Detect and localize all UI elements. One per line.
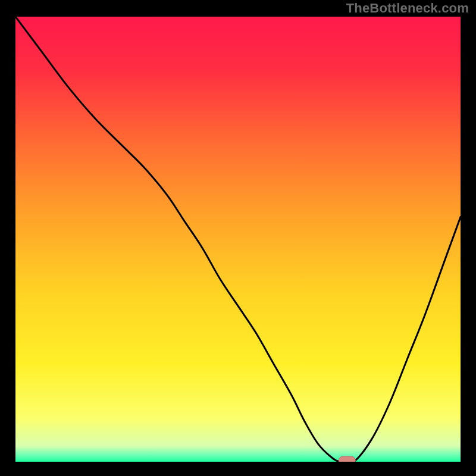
- optimal-marker: [339, 456, 355, 462]
- plot-area: [15, 17, 461, 462]
- bottleneck-chart: [15, 17, 461, 462]
- watermark-text: TheBottleneck.com: [346, 1, 469, 16]
- chart-frame: TheBottleneck.com: [0, 0, 476, 476]
